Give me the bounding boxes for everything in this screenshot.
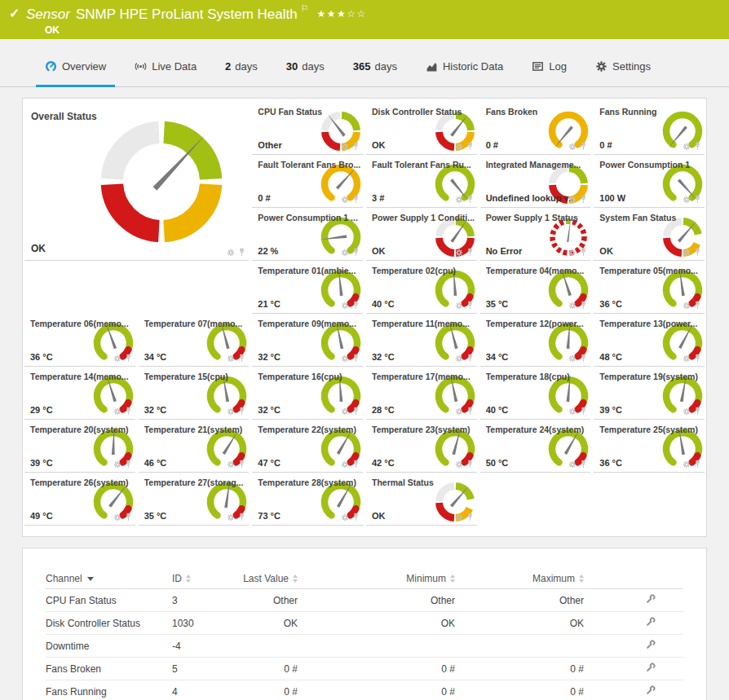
pin-icon[interactable] (125, 354, 132, 363)
pin-icon[interactable] (466, 195, 474, 204)
gear-icon[interactable] (113, 460, 122, 469)
tile-temperature-21-system[interactable]: Temperature 21(system) 46 °C (139, 420, 250, 473)
gear-icon[interactable] (455, 249, 463, 257)
gear-icon[interactable] (341, 407, 349, 416)
tile-thermal-status[interactable]: Thermal Status OK (366, 473, 477, 526)
tile-fault-tolerant-fans-ru[interactable]: Fault Tolerant Fans Ru... 3 # (366, 155, 477, 208)
gear-icon[interactable] (683, 302, 691, 310)
pin-icon[interactable] (352, 513, 360, 522)
tile-power-consumption-1[interactable]: Power Consumption 1 ... 22 % (252, 208, 363, 261)
pin-icon[interactable] (580, 354, 587, 363)
tile-power-supply-1-conditi[interactable]: Power Supply 1 Conditi... OK (366, 208, 477, 261)
gear-icon[interactable] (568, 196, 577, 204)
tile-temperature-13-power[interactable]: Temperature 13(power... 48 °C (594, 314, 705, 367)
pin-icon[interactable] (580, 248, 587, 257)
pin-icon[interactable] (580, 301, 587, 310)
tile-temperature-11-memo[interactable]: Temperature 11(memo... 32 °C (366, 314, 477, 367)
gear-icon[interactable] (455, 302, 463, 310)
tile-temperature-15-cpu[interactable]: Temperature 15(cpu) 32 °C (139, 367, 250, 420)
gear-icon[interactable] (568, 249, 577, 257)
tile-temperature-18-cpu[interactable]: Temperature 18(cpu) 40 °C (480, 367, 591, 420)
tile-temperature-23-system[interactable]: Temperature 23(system) 42 °C (366, 420, 477, 473)
gear-icon[interactable] (227, 460, 235, 469)
tile-temperature-06-memo[interactable]: Temperature 06(memo... 36 °C (24, 314, 135, 367)
gear-icon[interactable] (341, 460, 349, 469)
pin-icon[interactable] (125, 513, 132, 522)
pin-icon[interactable] (238, 513, 245, 522)
table-row-fans-running[interactable]: Fans Running 4 0 # 0 # 0 # (46, 680, 683, 700)
tile-fans-running[interactable]: Fans Running 0 # (594, 102, 705, 155)
gear-icon[interactable] (568, 354, 577, 363)
pin-icon[interactable] (466, 460, 474, 469)
pin-icon[interactable] (352, 354, 360, 363)
gear-icon[interactable] (683, 354, 691, 363)
table-row-cpu-fan-status[interactable]: CPU Fan Status 3 Other Other Other (46, 589, 683, 612)
gear-icon[interactable] (568, 302, 577, 310)
gear-icon[interactable] (227, 513, 235, 522)
tile-temperature-01-ambie[interactable]: Temperature 01(ambie... 21 °C (252, 261, 363, 314)
pin-icon[interactable] (466, 407, 474, 416)
pin-icon[interactable] (238, 460, 245, 469)
pin-icon[interactable] (580, 407, 587, 416)
column-header-last-value[interactable]: Last Value (223, 573, 298, 584)
table-row-disk-controller-status[interactable]: Disk Controller Status 1030 OK OK OK (46, 612, 683, 635)
gear-icon[interactable] (227, 249, 235, 257)
gear-icon[interactable] (113, 354, 122, 363)
column-header-maximum[interactable]: Maximum (455, 573, 584, 584)
gear-icon[interactable] (455, 513, 463, 522)
pin-icon[interactable] (580, 142, 587, 151)
pin-icon[interactable] (352, 248, 360, 257)
column-header-id[interactable]: ID (172, 573, 223, 584)
tile-overall-status[interactable]: Overall Status OK (24, 102, 249, 261)
wrench-icon[interactable] (646, 663, 656, 675)
table-row-fans-broken[interactable]: Fans Broken 5 0 # 0 # 0 # (46, 658, 683, 680)
pin-icon[interactable] (466, 248, 474, 257)
gear-icon[interactable] (455, 354, 463, 363)
wrench-icon[interactable] (646, 594, 656, 606)
pin-icon[interactable] (694, 407, 701, 416)
pin-icon[interactable] (580, 460, 587, 469)
gear-icon[interactable] (568, 407, 577, 416)
pin-icon[interactable] (694, 354, 701, 363)
gear-icon[interactable] (568, 143, 577, 151)
gear-icon[interactable] (455, 196, 463, 204)
pin-icon[interactable] (466, 354, 474, 363)
pin-icon[interactable] (466, 513, 474, 522)
pin-icon[interactable] (694, 142, 701, 151)
pin-icon[interactable] (238, 354, 245, 363)
tab-live-data[interactable]: Live Data (126, 46, 205, 86)
pin-icon[interactable] (694, 460, 701, 469)
tab-historic-data[interactable]: Historic Data (417, 46, 512, 86)
wrench-icon[interactable] (646, 640, 656, 652)
pin-icon[interactable] (466, 301, 474, 310)
tile-temperature-20-system[interactable]: Temperature 20(system) 39 °C (24, 420, 135, 473)
tile-temperature-24-system[interactable]: Temperature 24(system) 50 °C (480, 420, 591, 473)
table-row-downtime[interactable]: Downtime -4 (46, 635, 683, 658)
pin-icon[interactable] (125, 460, 132, 469)
gear-icon[interactable] (341, 513, 349, 522)
pin-icon[interactable] (694, 248, 701, 257)
flag-icon[interactable]: ⚐ (301, 3, 309, 13)
gear-icon[interactable] (455, 143, 463, 151)
tile-cpu-fan-status[interactable]: CPU Fan Status Other (252, 102, 363, 155)
priority-stars[interactable]: ★★★☆☆ (317, 8, 367, 20)
column-header-channel[interactable]: Channel (46, 573, 172, 584)
tile-temperature-05-memo[interactable]: Temperature 05(memo... 36 °C (594, 261, 705, 314)
gear-icon[interactable] (341, 354, 349, 363)
tab-2-days[interactable]: 2 days (216, 46, 267, 86)
gear-icon[interactable] (455, 460, 463, 469)
pin-icon[interactable] (352, 460, 360, 469)
tile-temperature-28-system[interactable]: Temperature 28(system) 73 °C (252, 473, 363, 526)
tile-temperature-02-cpu[interactable]: Temperature 02(cpu) 40 °C (366, 261, 477, 314)
pin-icon[interactable] (580, 195, 587, 204)
tile-temperature-09-memo[interactable]: Temperature 09(memo... 32 °C (252, 314, 363, 367)
gear-icon[interactable] (683, 249, 691, 257)
tab-overview[interactable]: Overview (36, 46, 115, 86)
tile-fans-broken[interactable]: Fans Broken 0 # (480, 102, 591, 155)
pin-icon[interactable] (238, 407, 245, 416)
pin-icon[interactable] (352, 301, 360, 310)
gear-icon[interactable] (683, 143, 691, 151)
pin-icon[interactable] (466, 142, 474, 151)
tile-temperature-07-memo[interactable]: Temperature 07(memo... 34 °C (139, 314, 250, 367)
gear-icon[interactable] (227, 354, 235, 363)
